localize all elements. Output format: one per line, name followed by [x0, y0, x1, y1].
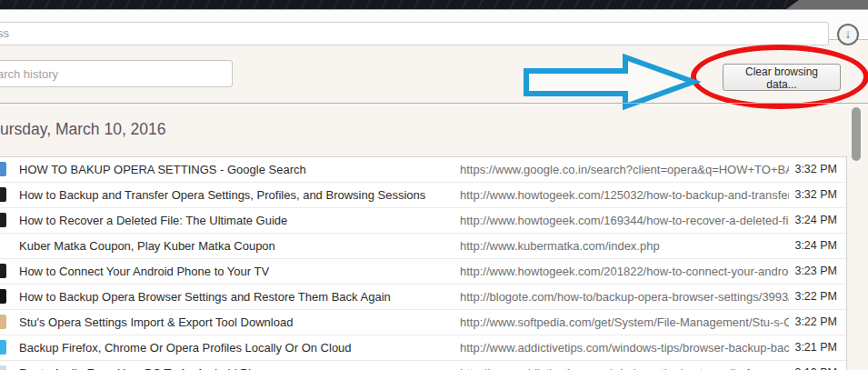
history-row[interactable]: HOW TO BAKUP OPERA SETTINGS - Google Sea…: [0, 157, 846, 183]
history-entry-time: 3:32 PM: [794, 183, 837, 207]
history-entry-title[interactable]: How to Connect Your Android Phone to You…: [19, 259, 269, 284]
address-bar-input[interactable]: ss: [0, 22, 829, 45]
history-entry-title[interactable]: Route Audio From Your PC To An Android P…: [19, 361, 274, 370]
history-entry-time: 3:24 PM: [794, 208, 837, 233]
history-row[interactable]: How to Recover a Deleted File: The Ultim…: [0, 208, 846, 234]
history-entry-title[interactable]: Stu's Opera Settings Import & Export Too…: [19, 310, 293, 335]
history-entry-url: http://www.addictivetips.com/windows-tip…: [460, 335, 789, 360]
history-entry-url: http://www.howtogeek.com/125032/how-to-b…: [460, 183, 789, 207]
addictivetips-favicon: [0, 340, 6, 355]
kubermatka-favicon: [0, 238, 6, 253]
search-history-input[interactable]: [0, 60, 233, 87]
history-entry-time: 3:21 PM: [794, 335, 837, 360]
history-entry-time: 3:22 PM: [794, 310, 837, 335]
history-row[interactable]: How to Backup Opera Browser Settings and…: [0, 285, 846, 310]
history-row[interactable]: How to Connect Your Android Phone to You…: [0, 259, 846, 285]
howtogeek-favicon: [0, 213, 6, 227]
history-entry-url: http://blogote.com/how-to/backup-opera-b…: [460, 285, 789, 309]
clear-browsing-data-button[interactable]: Clear browsing data...: [723, 64, 841, 91]
google-favicon: [0, 162, 6, 176]
history-entry-title[interactable]: How to Recover a Deleted File: The Ultim…: [19, 208, 287, 233]
history-entry-title[interactable]: Backup Firefox, Chrome Or Opera Profiles…: [19, 335, 352, 360]
history-entry-time: 3:32 PM: [794, 157, 837, 182]
howtogeek-favicon: [0, 264, 6, 278]
address-bar-row: ss ↓: [0, 9, 868, 40]
history-row[interactable]: How to Backup and Transfer Opera Setting…: [0, 183, 846, 208]
history-entry-time: 3:19 PM: [794, 361, 837, 370]
blogote-favicon: [0, 289, 6, 304]
scrollbar-thumb[interactable]: [852, 107, 861, 161]
tab-strip: [0, 0, 868, 9]
history-entry-title[interactable]: HOW TO BAKUP OPERA SETTINGS - Google Sea…: [19, 157, 306, 182]
history-entry-title[interactable]: Kuber Matka Coupon, Play Kuber Matka Cou…: [19, 234, 275, 258]
history-entry-url: http://www.addictivetips.com/windows-tip…: [460, 361, 789, 370]
history-row[interactable]: Stu's Opera Settings Import & Export Too…: [0, 310, 846, 335]
history-row[interactable]: Route Audio From Your PC To An Android P…: [0, 361, 846, 370]
toolbar-divider: [0, 103, 868, 104]
history-entry-title[interactable]: How to Backup and Transfer Opera Setting…: [19, 183, 425, 207]
history-list: HOW TO BAKUP OPERA SETTINGS - Google Sea…: [0, 156, 847, 370]
addictivetips-favicon: [0, 365, 6, 370]
history-entry-title[interactable]: How to Backup Opera Browser Settings and…: [19, 285, 391, 309]
howtogeek-favicon: [0, 187, 6, 202]
history-entry-url: https://www.google.co.in/search?client=o…: [460, 157, 789, 182]
softpedia-favicon: [0, 315, 6, 329]
history-entry-time: 3:24 PM: [794, 234, 837, 258]
history-entry-url: http://www.softpedia.com/get/System/File…: [460, 310, 789, 335]
history-entry-time: 3:22 PM: [794, 285, 837, 309]
download-icon[interactable]: ↓: [837, 24, 859, 45]
history-entry-url: http://www.kubermatka.com/index.php: [460, 234, 789, 258]
history-entry-time: 3:23 PM: [794, 259, 837, 284]
history-row[interactable]: Kuber Matka Coupon, Play Kuber Matka Cou…: [0, 234, 846, 259]
opera-history-window: ss ↓ Clear browsing data... ursday, Marc…: [0, 0, 868, 370]
history-entry-url: http://www.howtogeek.com/201822/how-to-c…: [460, 259, 789, 284]
history-date-header: ursday, March 10, 2016: [0, 120, 166, 139]
history-row[interactable]: Backup Firefox, Chrome Or Opera Profiles…: [0, 335, 846, 361]
tab-strip-gray-segment: [786, 0, 868, 9]
history-entry-url: http://www.howtogeek.com/169344/how-to-r…: [460, 208, 789, 233]
